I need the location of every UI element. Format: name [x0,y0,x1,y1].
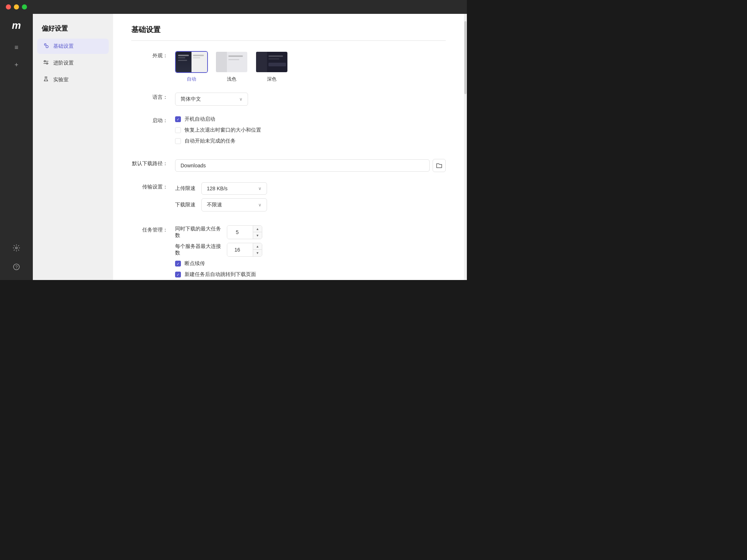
theme-dark-preview [255,51,288,73]
sidebar-item-lab[interactable]: 实验室 [37,72,109,88]
path-input-row [175,159,446,172]
theme-auto-name: 自动 [187,76,196,82]
max-connections-input-wrap: ▲ ▼ [227,243,262,257]
task-option-auto-nav: ✓ 新建任务后自动跳转到下载页面 [175,271,446,278]
max-connections-up-button[interactable]: ▲ [253,243,262,250]
appearance-row: 外观： [131,51,446,82]
upload-speed-label: 上传限速 [175,185,197,192]
startup-option-restore: 恢复上次退出时窗口的大小和位置 [175,127,446,133]
max-concurrent-label: 同时下载的最大任务数 [175,226,222,239]
folder-browse-button[interactable] [433,159,446,172]
theme-auto[interactable]: 自动 [175,51,208,82]
appearance-label: 外观： [131,51,175,59]
folder-icon [436,162,442,169]
language-row: 语言： 简体中文 ∨ [131,93,446,106]
max-connections-down-button[interactable]: ▼ [253,250,262,256]
main-content: 基础设置 外观： [113,14,464,280]
svg-text:?: ? [15,265,18,270]
add-icon-button[interactable]: + [7,58,26,72]
max-concurrent-input[interactable] [227,226,253,239]
app-logo: m [12,20,21,31]
checkbox-auto-nav[interactable]: ✓ [175,272,181,277]
max-concurrent-spinners: ▲ ▼ [253,226,262,239]
language-content: 简体中文 ∨ [175,93,446,106]
download-path-row: 默认下载路径： [131,159,446,172]
download-path-label: 默认下载路径： [131,159,175,167]
theme-auto-preview [175,51,208,73]
title-divider [131,40,446,41]
menu-icon-button[interactable]: ≡ [7,40,26,55]
transfer-content: 上传限速 128 KB/s ∨ 下载限速 不限速 ∨ [175,182,446,215]
task-management-content: 同时下载的最大任务数 ▲ ▼ 每个服务器最大连接数 ▲ [175,225,446,280]
startup-row: 启动： ✓ 开机自动启动 恢复上次退出时窗口的大小和位置 自动开始未完成的任务 [131,116,446,149]
upload-speed-value: 128 KB/s [207,186,228,191]
max-concurrent-down-button[interactable]: ▼ [253,232,262,239]
help-icon: ? [13,263,20,271]
add-icon: + [15,61,19,69]
settings-icon-button[interactable] [7,241,26,255]
theme-options: 自动 浅色 [175,51,446,82]
task-resume-label: 断点续传 [185,260,205,267]
download-dropdown-arrow-icon: ∨ [258,202,262,207]
task-management-label: 任务管理： [131,225,175,233]
sidebar-item-basic[interactable]: 基础设置 [37,39,109,54]
startup-restore-label: 恢复上次退出时窗口的大小和位置 [185,127,261,133]
lab-label: 实验室 [53,77,69,83]
page-title: 基础设置 [131,25,446,35]
startup-label: 启动： [131,116,175,124]
appearance-content: 自动 浅色 [175,51,446,82]
download-speed-row: 下载限速 不限速 ∨ [175,198,446,211]
startup-content: ✓ 开机自动启动 恢复上次退出时窗口的大小和位置 自动开始未完成的任务 [175,116,446,149]
settings-icon [13,244,20,252]
scrollbar-track [464,14,467,280]
max-concurrent-input-wrap: ▲ ▼ [227,225,262,239]
theme-dark-name: 深色 [267,76,276,82]
max-connections-label: 每个服务器最大连接数 [175,243,222,256]
help-icon-button[interactable]: ? [7,260,26,274]
max-connections-row: 每个服务器最大连接数 ▲ ▼ [175,243,446,257]
startup-auto-label: 开机自动启动 [185,116,215,122]
startup-resume-label: 自动开始未完成的任务 [185,138,236,144]
scrollbar-thumb[interactable] [464,21,467,94]
menu-icon: ≡ [15,44,19,51]
basic-settings-label: 基础设置 [53,43,74,50]
advanced-settings-label: 进阶设置 [53,60,74,66]
startup-option-resume: 自动开始未完成的任务 [175,138,446,144]
download-path-input[interactable] [175,159,430,172]
checkbox-auto-resume[interactable] [175,138,181,144]
download-speed-dropdown[interactable]: 不限速 ∨ [201,198,267,211]
checkbox-resume[interactable]: ✓ [175,261,181,267]
download-path-content [175,159,446,172]
max-concurrent-row: 同时下载的最大任务数 ▲ ▼ [175,225,446,239]
minimize-button[interactable] [14,4,19,9]
language-dropdown[interactable]: 简体中文 ∨ [175,93,248,106]
nav-panel: 偏好设置 基础设置 进阶设置 [33,14,113,280]
svg-point-4 [46,46,48,48]
download-speed-label: 下载限速 [175,202,197,208]
upload-speed-dropdown[interactable]: 128 KB/s ∨ [201,182,267,195]
checkbox-auto-start[interactable]: ✓ [175,116,181,122]
max-connections-input[interactable] [227,243,253,256]
theme-light-name: 浅色 [227,76,236,82]
startup-option-auto: ✓ 开机自动启动 [175,116,446,122]
theme-light-preview [215,51,248,73]
download-speed-value: 不限速 [207,202,222,208]
theme-light[interactable]: 浅色 [215,51,248,82]
svg-point-0 [16,247,18,249]
checkbox-restore-window[interactable] [175,127,181,133]
theme-dark[interactable]: 深色 [255,51,288,82]
task-option-resume: ✓ 断点续传 [175,260,446,267]
language-value: 简体中文 [181,96,201,102]
upload-speed-row: 上传限速 128 KB/s ∨ [175,182,446,195]
sidebar-item-advanced[interactable]: 进阶设置 [37,55,109,71]
sidebar: m ≡ + ? [0,14,33,280]
transfer-row: 传输设置： 上传限速 128 KB/s ∨ 下载限速 不限速 ∨ [131,182,446,215]
close-button[interactable] [6,4,11,9]
maximize-button[interactable] [22,4,27,9]
max-connections-spinners: ▲ ▼ [253,243,262,256]
svg-point-5 [45,44,46,45]
upload-dropdown-arrow-icon: ∨ [258,186,262,191]
language-label: 语言： [131,93,175,101]
task-auto-nav-label: 新建任务后自动跳转到下载页面 [185,271,256,278]
max-concurrent-up-button[interactable]: ▲ [253,226,262,232]
